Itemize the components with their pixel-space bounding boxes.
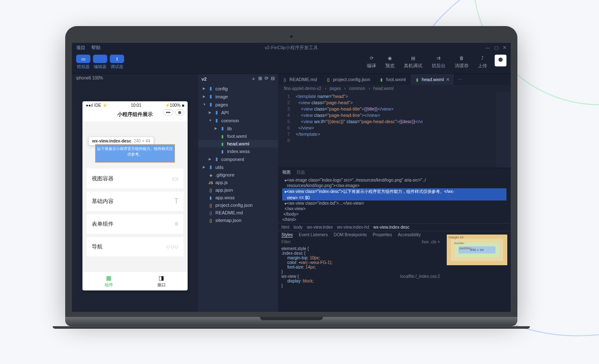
tree-item[interactable]: {} sitemap.json — [198, 216, 278, 224]
status-time: 10:01 — [131, 103, 141, 108]
highlighted-element: 以下将展示小程序官方组件能力。组件样式仅供参考。 — [95, 144, 175, 163]
styles-tab[interactable]: Styles — [281, 232, 293, 237]
css-rule[interactable]: element.style { — [281, 246, 440, 251]
tree-item[interactable]: ▼ ▮ common — [198, 116, 278, 124]
simulator-device-label: iphone6 100% — [72, 74, 198, 82]
tree-item[interactable]: JS app.js — [198, 179, 278, 186]
dom-node[interactable]: </html> — [282, 217, 506, 222]
mode-2[interactable]: ⫴调试器 — [110, 55, 124, 70]
tabs-more-icon[interactable]: ⋯ — [454, 74, 466, 85]
tool-0[interactable]: ⟳编译 — [367, 55, 376, 69]
dom-node[interactable]: ▸<wx-view class="index-bd">…</wx-view> — [282, 200, 506, 206]
tree-item[interactable]: ▶ ▮ utils — [198, 163, 278, 171]
new-file-icon[interactable]: ＋ — [251, 76, 256, 82]
avatar[interactable] — [495, 55, 506, 66]
tool-3[interactable]: ⇉切后台 — [432, 55, 445, 69]
tool-5[interactable]: ⤴上传 — [478, 55, 487, 69]
menubar: 项目 帮助 v2-FinClip小程序开发工具 — ▢ ✕ — [72, 43, 511, 52]
status-signal: ●●ıl IDE ⚡ — [86, 103, 107, 108]
box-model: margin 10 border - padding - 240 × 44 — [443, 231, 511, 312]
code-editor[interactable]: 12345678 <template name="head"> <view cl… — [278, 92, 511, 168]
window-minimize-icon[interactable]: — — [485, 45, 490, 50]
breadcrumb-segment[interactable]: common — [349, 86, 365, 91]
breadcrumb-segment[interactable]: pages — [329, 86, 341, 91]
styles-tab[interactable]: Accessibility — [398, 232, 421, 237]
styles-tab[interactable]: Properties — [373, 232, 392, 237]
window-maximize-icon[interactable]: ▢ — [494, 45, 498, 50]
file-explorer: v2 ＋ ⊞ ⟳ ⊟ ▶ ▮ config ▶ ▮ image ▼ ▮ — [198, 74, 278, 312]
tree-item[interactable]: ▮ head.wxml — [198, 140, 278, 148]
dom-path-segment[interactable]: wx-view.index — [307, 225, 333, 229]
dom-node[interactable]: view> == $0 — [282, 195, 506, 200]
tree-item[interactable]: ▶ ▮ component — [198, 155, 278, 163]
toolbar: ▭模拟器 编辑器 ⫴调试器 ⟳编译 ◉预览 ▤真机调试 ⇉切后台 🗑清缓存 ⤴上… — [72, 52, 511, 74]
mode-1[interactable]: 编辑器 — [93, 55, 107, 70]
tree-item[interactable]: {} app.json — [198, 186, 278, 194]
laptop-frame: 项目 帮助 v2-FinClip小程序开发工具 — ▢ ✕ ▭模拟器 编辑器 ⫴… — [65, 26, 517, 326]
list-item[interactable]: 表单组件≡ — [87, 214, 183, 234]
css-rule[interactable]: wx-view {localfile:/_index.css:2 — [281, 274, 440, 279]
css-rule[interactable]: .index-desc {</span></div> — [281, 251, 440, 256]
tab-close-icon[interactable]: ✕ — [446, 77, 450, 82]
tree-item[interactable]: ▮ foot.wxml — [198, 132, 278, 140]
styles-tab[interactable]: Event Listeners — [299, 232, 328, 237]
simulator-panel: iphone6 100% ●●ıl IDE ⚡ 10:01 ⚡100% ■ 小程… — [72, 74, 198, 312]
tree-item[interactable]: {} README.md — [198, 209, 278, 216]
menu-project[interactable]: 项目 — [76, 45, 85, 51]
editor-tab[interactable]: ▮head.wxml✕ — [411, 74, 455, 85]
tool-1[interactable]: ◉预览 — [385, 55, 395, 69]
explorer-root: v2 — [201, 76, 207, 82]
tree-item[interactable]: {} project.config.json — [198, 201, 278, 209]
styles-filter-controls[interactable]: :hov .cls + — [421, 240, 440, 244]
list-item[interactable]: 导航○○○ — [87, 237, 183, 256]
editor-tab[interactable]: ▮foot.wxml — [375, 74, 410, 85]
tool-2[interactable]: ▤真机调试 — [404, 55, 422, 69]
list-item[interactable]: 基础内容T — [87, 192, 183, 211]
collapse-icon[interactable]: ⊟ — [271, 76, 275, 82]
styles-tab[interactable]: DOM Breakpoints — [334, 232, 367, 237]
refresh-icon[interactable]: ⟳ — [265, 76, 268, 82]
phone-more-icon[interactable]: ••• — [163, 109, 173, 116]
minimap[interactable] — [496, 92, 511, 168]
tree-item[interactable]: ▶ ▮ config — [198, 84, 278, 92]
dom-node[interactable]: ▸<wx-view class="index-desc">以下将展示小程序官方组… — [282, 188, 506, 195]
editor-tab[interactable]: {}project.config.json — [321, 74, 375, 85]
breadcrumb-segment[interactable]: head.wxml — [374, 86, 394, 91]
editor-tabs: {}README.md {}project.config.json ▮foot.… — [278, 74, 511, 85]
tool-4[interactable]: 🗑清缓存 — [455, 55, 469, 69]
new-folder-icon[interactable]: ⊞ — [258, 76, 262, 82]
dom-path-segment[interactable]: wx-view.index-desc — [373, 225, 409, 229]
dom-path-segment[interactable]: html — [281, 225, 289, 229]
tree-item[interactable]: ▮ index.wxss — [198, 148, 278, 155]
phone-tab[interactable]: ▦组件 — [82, 272, 135, 290]
devtools-inspector: 视图 日志 ▸<wx-image class="index-logo" src=… — [278, 168, 511, 312]
breadcrumb: fino-applet-demo-v2›pages›common›head.wx… — [278, 85, 511, 92]
phone-frame: ●●ıl IDE ⚡ 10:01 ⚡100% ■ 小程序组件展示 ••• ⊗ — [82, 101, 188, 290]
inspector-tab-console[interactable]: 日志 — [297, 169, 305, 175]
editor-tab[interactable]: {}README.md — [278, 74, 321, 85]
menu-help[interactable]: 帮助 — [91, 45, 101, 51]
window-close-icon[interactable]: ✕ — [503, 45, 506, 50]
dom-node[interactable]: </wx-view> — [282, 206, 506, 211]
styles-filter-input[interactable] — [281, 240, 421, 244]
dom-path-segment[interactable]: wx-view.index-hd — [337, 225, 369, 229]
status-battery: ⚡100% ■ — [165, 103, 184, 108]
window-title: v2-FinClip小程序开发工具 — [265, 45, 318, 51]
list-item[interactable]: 视图容器▭ — [87, 169, 183, 188]
tree-item[interactable]: ▶ ▮ image — [198, 92, 278, 100]
inspector-tab-elements[interactable]: 视图 — [282, 169, 291, 175]
camera-dot — [290, 35, 293, 38]
phone-close-icon[interactable]: ⊗ — [175, 109, 184, 116]
mode-0[interactable]: ▭模拟器 — [76, 55, 90, 70]
dom-node[interactable]: </body> — [282, 211, 506, 217]
dom-node[interactable]: ▸<wx-image class="index-logo" src="../re… — [282, 177, 506, 183]
dom-path-segment[interactable]: body — [294, 225, 303, 229]
tree-item[interactable]: ▮ app.wxss — [198, 194, 278, 201]
tree-item[interactable]: ▶ ▮ API — [198, 108, 278, 116]
breadcrumb-segment[interactable]: fino-applet-demo-v2 — [284, 86, 321, 91]
tree-item[interactable]: ◆ .gitignore — [198, 171, 278, 179]
dom-node[interactable]: resources/kind/logo.png"></wx-image> — [282, 183, 506, 188]
tree-item[interactable]: ▶ ▮ lib — [198, 124, 278, 132]
phone-tab[interactable]: ◨接口 — [135, 272, 188, 290]
tree-item[interactable]: ▼ ▮ pages — [198, 100, 278, 108]
